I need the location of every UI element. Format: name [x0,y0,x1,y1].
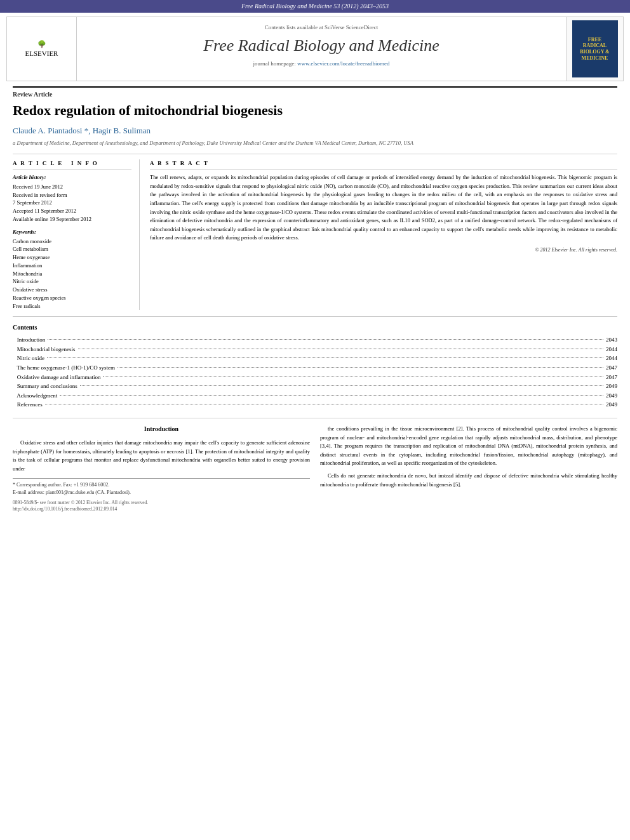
main-content: Review Article Redox regulation of mitoc… [6,81,624,518]
homepage-line: journal homepage: www.elsevier.com/locat… [90,60,553,68]
toc-label-introduction: Introduction [13,336,45,344]
issn-line: 0891-5849/$- see front matter © 2012 Els… [13,500,310,507]
abstract-header: A B S T R A C T [150,159,617,170]
toc-dots-1 [48,339,603,340]
toc-label-ack: Acknowledgment [13,392,57,400]
kw-cell-metabolism: Cell metabolism [13,245,131,253]
toc-nitric-oxide: Nitric oxide 2044 [13,354,617,363]
introduction-section: Introduction Oxidative stress and other … [13,418,617,513]
corresponding-note: * Corresponding author. Fax: +1 919 684 … [13,481,310,488]
badge-title: FREERADICALBIOLOGY &MEDICINE [580,37,610,61]
toc-dots-6 [80,385,603,386]
kw-heme-oxygenase: Heme oxygenase [13,253,131,262]
email-note: E-mail address: piant001@mc.duke.edu (CA… [13,489,310,496]
toc-label-mito: Mitochondrial biogenesis [13,345,76,354]
toc-references: References 2049 [13,401,617,409]
introduction-heading: Introduction [13,425,310,434]
received-date: Received 19 June 2012 [13,183,131,191]
toc-dots-3 [47,357,603,358]
toc-acknowledgment: Acknowledgment 2049 [13,392,617,400]
elsevier-brand: ELSEVIER [25,49,58,58]
abstract-column: A B S T R A C T The cell renews, adapts,… [150,159,617,310]
journal-title: Free Radical Biology and Medicine [90,34,553,57]
homepage-link[interactable]: www.elsevier.com/locate/freeradbiomed [297,60,389,67]
elsevier-tree-icon: 🌳 [37,39,46,49]
history-title: Article history: [13,173,131,182]
article-info-abstract: A R T I C L E I N F O Article history: R… [13,154,617,310]
toc-page-mito: 2044 [606,345,617,354]
revised-date: 7 September 2012 [13,199,131,207]
intro-right-column: the conditions prevailing in the tissue … [320,425,617,513]
article-info-column: A R T I C L E I N F O Article history: R… [13,159,140,310]
article-title: Redox regulation of mitochondrial biogen… [13,102,617,120]
keywords-section: Keywords: Carbon monoxide Cell metabolis… [13,229,131,310]
intro-right-text: the conditions prevailing in the tissue … [320,425,617,489]
affiliation: a Department of Medicine, Department of … [13,139,617,147]
toc-page-summary: 2049 [606,382,617,390]
intro-paragraph-1: Oxidative stress and other cellular inju… [13,439,310,473]
article-history: Article history: Received 19 June 2012 R… [13,173,131,223]
intro-right-paragraph-2: Cells do not generate mitochondria de no… [320,472,617,489]
toc-page-od: 2047 [606,373,617,382]
toc-page-ack: 2049 [606,392,617,400]
toc-dots-5 [103,377,603,377]
abstract-text: The cell renews, adapts, or expands its … [150,173,617,243]
journal-badge-area: FREERADICALBIOLOGY &MEDICINE [566,17,623,81]
journal-citation-text: Free Radical Biology and Medicine 53 (20… [241,3,389,10]
footnote-section: * Corresponding author. Fax: +1 919 684 … [13,478,310,495]
intro-left-text: Oxidative stress and other cellular inju… [13,439,310,473]
toc-page-no: 2044 [606,354,617,363]
toc-label-od: Oxidative damage and inflammation [13,373,100,382]
article-type: Review Article [13,86,617,99]
toc-dots-2 [78,349,604,349]
toc-introduction: Introduction 2043 [13,336,617,344]
sciverse-line: Contents lists available at SciVerse Sci… [90,23,553,32]
revised-label: Received in revised form [13,191,131,199]
journal-citation-bar: Free Radical Biology and Medicine 53 (20… [0,0,630,13]
kw-mitochondria: Mitochondria [13,270,131,278]
intro-left-column: Introduction Oxidative stress and other … [13,425,310,513]
kw-carbon-monoxide: Carbon monoxide [13,237,131,246]
toc-page-ref: 2049 [606,401,617,409]
kw-reactive-oxygen: Reactive oxygen species [13,294,131,302]
accepted-date: Accepted 11 September 2012 [13,207,131,215]
toc-mitochondrial-biogenesis: Mitochondrial biogenesis 2044 [13,345,617,354]
toc-dots-4 [117,367,603,368]
kw-inflammation: Inflammation [13,262,131,270]
journal-header: 🌳 ELSEVIER Contents lists available at S… [6,17,624,81]
toc-label-ref: References [13,401,43,409]
authors: Claude A. Piantadosi *, Hagir B. Suliman [13,125,617,137]
toc-label-summary: Summary and conclusions [13,382,77,390]
kw-free-radicals: Free radicals [13,302,131,310]
intro-right-paragraph-1: the conditions prevailing in the tissue … [320,425,617,468]
toc-dots-7 [60,395,603,396]
toc-oxidative-damage: Oxidative damage and inflammation 2047 [13,373,617,382]
kw-nitric-oxide: Nitric oxide [13,277,131,286]
copyright-line: © 2012 Elsevier Inc. All rights reserved… [150,246,617,253]
kw-oxidative-stress: Oxidative stress [13,286,131,294]
toc-label-ho: The heme oxygenase-1 (HO-1)/CO system [13,364,115,372]
footer-info: 0891-5849/$- see front matter © 2012 Els… [13,500,310,513]
article-info-header: A R T I C L E I N F O [13,159,131,170]
contents-title: Contents [13,323,617,332]
contents-section: Contents Introduction 2043 Mitochondrial… [13,323,617,409]
toc-summary: Summary and conclusions 2049 [13,382,617,390]
journal-badge: FREERADICALBIOLOGY &MEDICINE [572,20,618,77]
toc-page-introduction: 2043 [606,336,617,344]
toc-dots-8 [45,404,603,404]
doi-line: http://dx.doi.org/10.1016/j.freeradbiome… [13,506,310,513]
available-online: Available online 19 September 2012 [13,215,131,223]
section-divider [13,316,617,317]
keywords-title: Keywords: [13,229,131,236]
elsevier-logo-area: 🌳 ELSEVIER [7,17,77,81]
toc-label-no: Nitric oxide [13,354,44,363]
journal-title-area: Contents lists available at SciVerse Sci… [77,17,566,81]
toc-heme-oxygenase: The heme oxygenase-1 (HO-1)/CO system 20… [13,364,617,372]
toc-page-ho: 2047 [606,364,617,372]
